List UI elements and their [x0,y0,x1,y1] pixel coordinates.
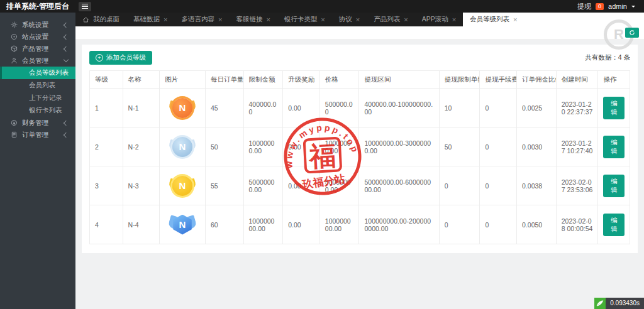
cell-value: 0.00 [288,182,301,190]
coin-letter: N [179,219,186,230]
cell-value: 400000.00 [249,100,277,116]
card-header: + 添加会员等级 共有数据：4 条 [89,50,630,65]
tab[interactable]: 多语言内容× [174,13,229,26]
cell-value: 0 [485,182,489,190]
tab-close-icon[interactable]: × [356,16,360,23]
cell-value: 10000000.00 [249,139,275,154]
finance-icon [11,119,18,126]
cell-upgrade-reward: 0.00 [283,89,320,127]
cell-value: 0.0030 [522,143,542,151]
withdraw-count-badge: 0 [596,3,604,10]
cell-action: 编辑 [598,166,630,205]
sidebar-item[interactable]: 站点设置 [0,31,75,43]
chevron-down-icon [631,6,635,9]
table-row: 2N-2N5010000000.000.0010000000.001000000… [90,127,630,166]
tab-close-icon[interactable]: × [321,16,325,23]
cell-upgrade-reward: 0.00 [283,166,320,205]
top-bar-right: 提现 0 admin [577,2,644,11]
cell-value: 2023-02-08 00:00:54 [562,217,593,232]
debug-toolbar[interactable]: 0.093430s [594,298,644,309]
sidebar-subitem[interactable]: 会员列表 [0,79,75,92]
sidebar-subitem[interactable]: 会员等级列表 [0,67,75,79]
order-icon [11,131,18,138]
cell-order-commission-ratio: 0.0025 [517,89,557,127]
sidebar-item[interactable]: 会员管理 [0,55,75,67]
cell-value: 100000000.00-2000000000.00 [364,217,431,232]
cell-name: N-3 [123,166,160,205]
cell-value: 100000000.00 [249,217,275,232]
tab[interactable]: 会员等级列表× [463,13,524,26]
tab[interactable]: 基础数据× [126,13,174,26]
sidebar-item[interactable]: 财务管理 [0,117,75,129]
add-member-level-button[interactable]: + 添加会员等级 [89,51,152,65]
sidebar-item[interactable]: 订单管理 [0,129,75,141]
page-content: + 添加会员等级 共有数据：4 条 等级名称图片每日订单量限制金额升级奖励价格提… [75,40,644,309]
member-level-table: 等级名称图片每日订单量限制金额升级奖励价格提现区间提现限制单数提现手续费率订单佣… [89,70,630,244]
tab[interactable]: 我的桌面 [75,13,126,26]
hamburger-menu-button[interactable] [79,2,91,11]
cell-value: 1 [95,104,99,112]
tab-close-icon[interactable]: × [513,16,517,23]
cell-withdraw-range: 100000000.00-2000000000.00 [359,205,439,244]
tab[interactable]: 产品列表× [367,13,414,26]
sidebar-subitem[interactable]: 银行卡列表 [0,104,75,117]
refresh-button[interactable] [625,28,639,38]
silver-coin-icon: N [169,134,196,160]
cell-image: N [160,166,206,205]
cell-action: 编辑 [598,205,630,244]
tab-close-icon[interactable]: × [452,16,456,23]
cell-created-at: 2023-02-08 00:00:54 [556,205,598,244]
column-header: 订单佣金比例 [517,71,557,89]
table-row: 1N-1N45400000.000.00500000.00400000.00-1… [90,89,630,127]
edit-button[interactable]: 编辑 [603,175,625,197]
edit-button[interactable]: 编辑 [603,97,625,119]
sidebar-item-label: 财务管理 [22,119,60,127]
cell-withdraw-fee-rate: 0 [480,166,517,205]
table-head: 等级名称图片每日订单量限制金额升级奖励价格提现区间提现限制单数提现手续费率订单佣… [90,71,630,89]
cell-value: 100000000.00 [325,217,351,232]
app-title: 排单系统-管理后台 [0,1,77,12]
sidebar-subitem[interactable]: 上下分记录 [0,92,75,104]
chevron-left-icon [64,132,69,137]
cell-price: 10000000.00 [319,127,359,166]
sidebar-item[interactable]: 系统设置 [0,19,75,31]
cell-value: 0.00 [288,221,301,229]
cell-limit-amount: 10000000.00 [243,127,283,166]
cell-limit-amount: 100000000.00 [243,205,283,244]
cell-image: N [160,205,206,244]
cell-name: N-2 [123,127,160,166]
edit-button[interactable]: 编辑 [603,136,625,158]
cell-created-at: 2023-01-20 22:37:37 [556,89,598,127]
cell-value: 2023-01-27 10:27:40 [562,139,593,154]
cell-value: 3 [95,182,99,190]
table-body: 1N-1N45400000.000.00500000.00400000.00-1… [90,89,630,244]
edit-button[interactable]: 编辑 [603,214,625,236]
record-count: 共有数据：4 条 [585,53,630,62]
column-header: 图片 [160,71,206,89]
cell-upgrade-reward: 0.00 [283,127,320,166]
tab[interactable]: 协议× [332,13,367,26]
table-row: 4N-4N60100000000.000.00100000000.0010000… [90,205,630,244]
tab[interactable]: 客服链接× [229,13,277,26]
gold-coin-icon: N [169,95,196,121]
table-header-row: 等级名称图片每日订单量限制金额升级奖励价格提现区间提现限制单数提现手续费率订单佣… [90,71,630,89]
tab-close-icon[interactable]: × [164,16,167,23]
tab[interactable]: 银行卡类型× [277,13,332,26]
tab-close-icon[interactable]: × [404,16,408,23]
cell-value: 50000000.00 [325,178,351,193]
sidebar-item-label: 会员管理 [22,57,60,65]
top-bar: 排单系统-管理后台 提现 0 admin [0,0,644,13]
tab-close-icon[interactable]: × [266,16,270,23]
cell-value: N-2 [128,143,139,151]
tab-close-icon[interactable]: × [218,16,222,23]
cell-value: 50 [445,143,452,151]
coin-letter: N [179,141,186,152]
withdraw-link[interactable]: 提现 [577,2,591,11]
user-menu[interactable]: admin [608,3,627,10]
home-icon [82,16,89,23]
sidebar-item[interactable]: 产品管理 [0,43,75,55]
cell-limit-amount: 400000.00 [243,89,283,127]
screen: 排单系统-管理后台 提现 0 admin 系统设置站点设置产品管理会员管理会员等… [0,0,644,309]
tab[interactable]: APP滚动× [415,13,463,26]
chevron-left-icon [64,46,69,51]
